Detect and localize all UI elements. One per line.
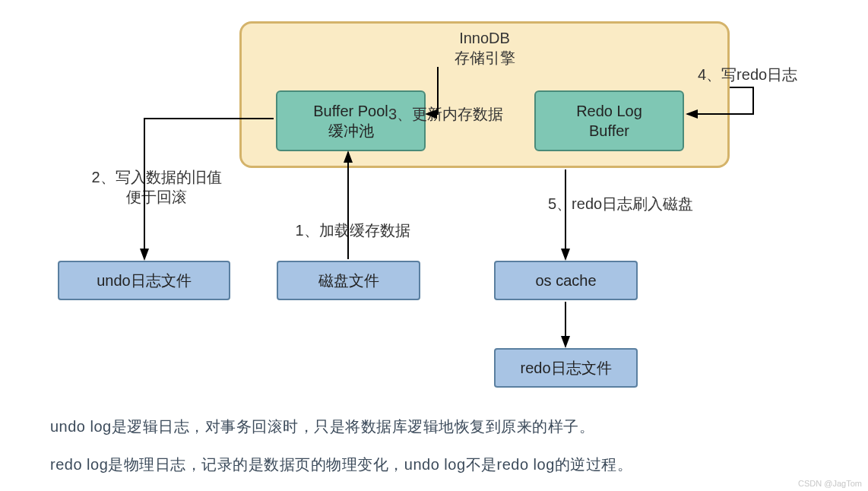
innodb-title: InnoDB 存储引擎 [242, 28, 727, 68]
step-1-label: 1、加载缓存数据 [288, 220, 417, 240]
buffer-pool-l2: 缓冲池 [328, 121, 374, 141]
os-cache-box: os cache [494, 261, 638, 300]
os-cache-label: os cache [535, 272, 596, 290]
redo-log-buffer-box: Redo Log Buffer [534, 90, 684, 151]
innodb-container: InnoDB 存储引擎 Buffer Pool 缓冲池 Redo Log Buf… [239, 21, 730, 168]
redo-buf-l2: Buffer [589, 121, 629, 141]
paragraph-redo: redo log是物理日志，记录的是数据页的物理变化，undo log不是red… [50, 455, 632, 475]
step-5-label: 5、redo日志刷入磁盘 [548, 194, 715, 214]
undo-log-file-box: undo日志文件 [58, 261, 230, 300]
buffer-pool-l1: Buffer Pool [313, 101, 388, 121]
redo-log-file-box: redo日志文件 [494, 348, 638, 388]
innodb-diagram: InnoDB 存储引擎 Buffer Pool 缓冲池 Redo Log Buf… [50, 15, 818, 395]
step-2-l2: 便于回滚 [126, 188, 187, 205]
redo-file-label: redo日志文件 [520, 358, 611, 379]
watermark: CSDN @JagTom [798, 479, 862, 488]
undo-file-label: undo日志文件 [97, 271, 192, 291]
paragraph-undo: undo log是逻辑日志，对事务回滚时，只是将数据库逻辑地恢复到原来的样子。 [50, 417, 594, 437]
innodb-title-l1: InnoDB [459, 30, 510, 46]
step-3-label: 3、更新内存数据 [388, 104, 548, 124]
step-2-label: 2、写入数据的旧值 便于回滚 [73, 167, 240, 207]
step-2-l1: 2、写入数据的旧值 [91, 169, 221, 185]
disk-file-box: 磁盘文件 [277, 261, 420, 300]
redo-buf-l1: Redo Log [576, 101, 642, 121]
innodb-title-l2: 存储引擎 [455, 49, 515, 66]
disk-file-label: 磁盘文件 [318, 271, 379, 291]
step-4-label: 4、写redo日志 [698, 65, 819, 84]
